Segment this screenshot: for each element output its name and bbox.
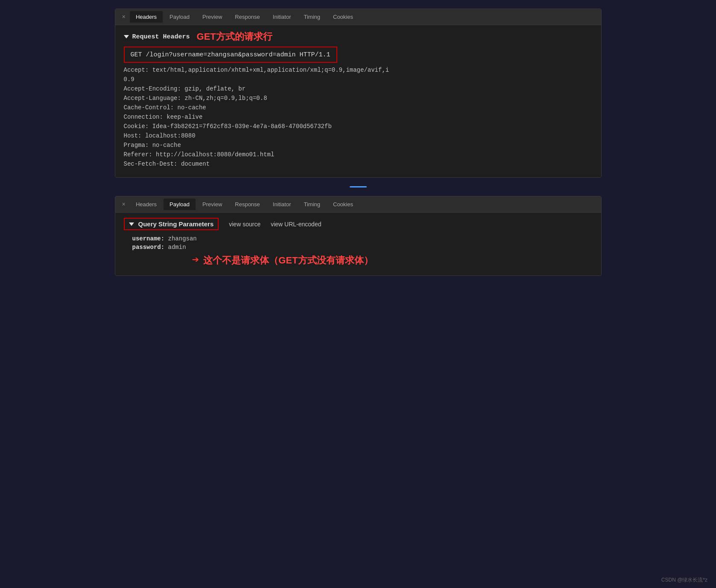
list-item: Accept: text/html,application/xhtml+xml,… <box>124 65 593 75</box>
param-value-username: zhangsan <box>168 235 197 242</box>
tab-response-bottom[interactable]: Response <box>229 199 266 210</box>
tab-cookies-bottom[interactable]: Cookies <box>327 199 359 210</box>
not-body-text: 这个不是请求体（GET方式没有请求体） <box>203 254 373 267</box>
headers-list: Accept: text/html,application/xhtml+xml,… <box>124 65 593 169</box>
param-value-password: admin <box>168 244 186 251</box>
tab-timing-bottom[interactable]: Timing <box>298 199 326 210</box>
get-annotation-text: GET方式的请求行 <box>197 30 272 43</box>
view-source-link[interactable]: view source <box>229 221 260 228</box>
tab-timing-top[interactable]: Timing <box>298 11 326 23</box>
param-key-password: password: <box>132 244 165 251</box>
list-item: Cookie: Idea-f3b82621=7f62cf83-039e-4e7a… <box>124 122 593 131</box>
qs-triangle-down-icon <box>129 222 134 226</box>
query-params-title-box: Query String Parameters <box>124 218 219 230</box>
top-tab-bar: × Headers Payload Preview Response Initi… <box>115 9 601 25</box>
tab-payload-top[interactable]: Payload <box>164 11 196 23</box>
request-line-text: GET /login?username=zhangsan&password=ad… <box>131 51 330 59</box>
top-panel: × Headers Payload Preview Response Initi… <box>115 9 602 178</box>
tab-preview-top[interactable]: Preview <box>196 11 228 23</box>
view-url-encoded-link[interactable]: view URL-encoded <box>271 221 321 228</box>
query-params-title: Query String Parameters <box>138 220 214 228</box>
top-close-button[interactable]: × <box>119 12 129 22</box>
list-item: Connection: keep-alive <box>124 112 593 122</box>
tab-initiator-bottom[interactable]: Initiator <box>267 199 297 210</box>
top-panel-body: Request Headers GET方式的请求行 GET /login?use… <box>115 25 601 177</box>
list-item: Host: localhost:8080 <box>124 131 593 140</box>
bottom-panel-body: Query String Parameters view source view… <box>115 213 601 275</box>
list-item: Sec-Fetch-Dest: document <box>124 159 593 169</box>
red-arrow-icon: ➔ <box>192 252 199 267</box>
query-params-header: Query String Parameters view source view… <box>124 218 593 230</box>
list-item: Accept-Language: zh-CN,zh;q=0.9,lb;q=0.8 <box>124 94 593 103</box>
tab-initiator-top[interactable]: Initiator <box>267 11 297 23</box>
request-line-box: GET /login?username=zhangsan&password=ad… <box>124 47 337 63</box>
list-item: password: admin <box>132 243 593 252</box>
panel-divider <box>350 186 367 187</box>
tab-headers-bottom[interactable]: Headers <box>130 199 163 210</box>
list-item: 0.9 <box>124 75 593 84</box>
bottom-tab-bar: × Headers Payload Preview Response Initi… <box>115 196 601 213</box>
list-item: Accept-Encoding: gzip, deflate, br <box>124 84 593 94</box>
list-item: username: zhangsan <box>132 234 593 243</box>
request-headers-title: Request Headers <box>124 33 190 41</box>
triangle-down-icon <box>124 35 129 38</box>
tab-payload-bottom[interactable]: Payload <box>164 199 196 210</box>
query-params-list: username: zhangsan password: admin <box>124 234 593 252</box>
tab-cookies-top[interactable]: Cookies <box>327 11 359 23</box>
bottom-close-button[interactable]: × <box>119 199 129 210</box>
list-item: Cache-Control: no-cache <box>124 103 593 112</box>
tab-response-top[interactable]: Response <box>229 11 266 23</box>
param-key-username: username: <box>132 235 165 242</box>
list-item: Pragma: no-cache <box>124 140 593 150</box>
not-body-annotation: ➔ 这个不是请求体（GET方式没有请求体） <box>124 254 593 267</box>
list-item: Referer: http://localhost:8080/demo01.ht… <box>124 150 593 159</box>
request-headers-section-header: Request Headers GET方式的请求行 <box>124 30 593 43</box>
tab-headers-top[interactable]: Headers <box>130 11 163 23</box>
tab-preview-bottom[interactable]: Preview <box>196 199 228 210</box>
watermark: CSDN @绿水长流*z <box>661 576 707 584</box>
bottom-panel: × Headers Payload Preview Response Initi… <box>115 196 602 276</box>
